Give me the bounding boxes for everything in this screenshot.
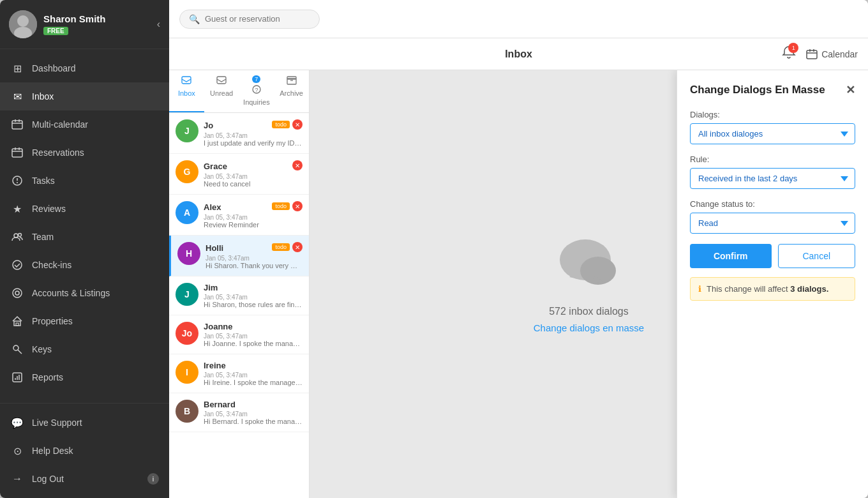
sidebar-item-team[interactable]: Team	[0, 223, 169, 251]
modal-info-text: This change will affect 3 dialogs.	[707, 284, 828, 294]
message-avatar: A	[176, 201, 198, 224]
sidebar-item-properties[interactable]: Properties	[0, 307, 169, 335]
svg-point-15	[19, 234, 22, 237]
svg-point-14	[14, 234, 18, 238]
svg-rect-35	[287, 77, 296, 79]
message-item[interactable]: G Grace ✕ Jan 05, 3:47am Need to cancel	[169, 154, 309, 195]
inbox-actions: 1 Calendar	[782, 45, 858, 63]
modal-close-button[interactable]: ✕	[846, 83, 855, 97]
modal-status-select[interactable]: Read Unread Archived	[690, 213, 855, 234]
sidebar-item-accounts-listings[interactable]: Accounts & Listings	[0, 279, 169, 307]
message-preview: Hi Sharon. Thank you very much...	[206, 262, 303, 269]
svg-point-17	[13, 289, 22, 298]
modal-rule-label: Rule:	[690, 155, 855, 164]
message-time: Jan 05, 3:47am	[206, 255, 303, 262]
search-icon: 🔍	[189, 14, 200, 24]
tab-inquiries-label: Inquiries	[243, 98, 270, 106]
search-input[interactable]	[205, 14, 310, 24]
modal-info-count: 3 dialogs.	[790, 284, 828, 294]
message-item[interactable]: I Ireine Jan 05, 3:47am Hi Ireine. I spo…	[169, 354, 309, 393]
modal-rule-select[interactable]: Received in the last 2 days Received in …	[690, 168, 855, 189]
sidebar-item-multi-calendar[interactable]: Multi-calendar	[0, 110, 169, 139]
message-preview: I just update and verify my ID, p...	[204, 139, 303, 147]
sidebar-nav: ⊞ Dashboard ✉ Inbox Multi-calendar Reser…	[0, 49, 169, 403]
calendar-button[interactable]: Calendar	[806, 49, 858, 60]
keys-icon	[10, 342, 24, 356]
message-content: Grace ✕ Jan 05, 3:47am Need to cancel	[204, 160, 303, 188]
notification-badge: 1	[788, 43, 798, 53]
message-content: Jim Jan 05, 3:47am Hi Sharon, those rule…	[204, 283, 303, 308]
message-avatar: G	[176, 160, 198, 183]
svg-point-18	[15, 291, 19, 295]
remove-badge[interactable]: ✕	[292, 160, 303, 170]
sidebar-item-check-ins[interactable]: Check-ins	[0, 251, 169, 279]
reviews-icon: ★	[10, 202, 24, 216]
info-icon: ℹ	[698, 284, 701, 294]
message-preview: Hi Sharon, those rules are fine b...	[204, 301, 303, 308]
message-preview: Hi Bernard. I spoke the manage...	[204, 418, 303, 425]
sidebar-item-label: Team	[32, 232, 54, 242]
modal-title: Change Dialogs En Masse	[690, 84, 825, 96]
message-list: J Jo todo ✕ Jan 05, 3:47am I just update…	[169, 113, 309, 498]
svg-rect-26	[807, 50, 817, 59]
modal-dialogs-select[interactable]: All inbox dialoges Unread only Read only	[690, 123, 855, 144]
multi-calendar-icon	[10, 117, 24, 132]
modal-buttons: Confirm Cancel	[690, 244, 855, 268]
sidebar-item-dashboard[interactable]: ⊞ Dashboard	[0, 54, 169, 82]
todo-badge: todo	[272, 202, 290, 210]
archive-tab-icon	[287, 75, 297, 88]
todo-badge: todo	[272, 243, 290, 251]
message-time: Jan 05, 3:47am	[204, 294, 303, 301]
change-dialogs-link[interactable]: Change dialogs en masse	[534, 322, 644, 333]
message-avatar: I	[176, 361, 198, 384]
message-time: Jan 05, 3:47am	[204, 132, 303, 139]
sidebar-item-help-desk[interactable]: ⊙ Help Desk	[0, 437, 169, 465]
sidebar-item-label: Accounts & Listings	[32, 288, 110, 298]
message-header: Holli todo ✕	[206, 242, 303, 253]
remove-badge[interactable]: ✕	[292, 242, 303, 252]
sidebar-bottom: 💬 Live Support ⊙ Help Desk → Log Out i	[0, 403, 169, 498]
remove-badge[interactable]: ✕	[292, 201, 303, 211]
tab-unread[interactable]: Unread	[204, 70, 239, 112]
cancel-button[interactable]: Cancel	[778, 244, 856, 268]
message-badges: todo ✕	[272, 119, 303, 130]
main-view: 572 inbox dialogs Change dialogs en mass…	[310, 70, 868, 498]
sidebar-item-log-out[interactable]: → Log Out i	[0, 465, 169, 493]
tab-inbox[interactable]: Inbox	[169, 70, 204, 112]
sidebar-item-label: Reservations	[32, 147, 84, 158]
sidebar-item-tasks[interactable]: Tasks	[0, 167, 169, 195]
sidebar-collapse-button[interactable]: ‹	[157, 19, 160, 30]
remove-badge[interactable]: ✕	[292, 119, 303, 130]
message-header: Jo todo ✕	[204, 119, 303, 131]
notification-button[interactable]: 1	[782, 45, 796, 63]
sidebar-item-label: Dashboard	[32, 63, 76, 73]
message-preview: Need to cancel	[204, 180, 303, 188]
message-item[interactable]: Jo Joanne Jan 05, 3:47am Hi Joanne. I sp…	[169, 315, 309, 354]
message-item[interactable]: J Jim Jan 05, 3:47am Hi Sharon, those ru…	[169, 276, 309, 315]
sidebar-item-reviews[interactable]: ★ Reviews	[0, 195, 169, 223]
tab-inquiries[interactable]: 7 ? Inquiries	[239, 70, 274, 112]
modal-status-field: Change status to: Read Unread Archived	[690, 199, 855, 234]
modal-info: ℹ This change will affect 3 dialogs.	[690, 277, 855, 301]
confirm-button[interactable]: Confirm	[690, 244, 772, 268]
sidebar-item-keys[interactable]: Keys	[0, 335, 169, 363]
tab-archive[interactable]: Archive	[274, 70, 309, 112]
sidebar-item-inbox[interactable]: ✉ Inbox	[0, 82, 169, 110]
inbox-icon: ✉	[10, 89, 24, 103]
modal-header: Change Dialogs En Masse ✕	[690, 83, 855, 97]
message-badges: todo ✕	[272, 201, 303, 211]
message-list-panel: Inbox Unread 7 ? Inquiries	[169, 70, 310, 498]
message-content: Alex todo ✕ Jan 05, 3:47am Review Remind…	[204, 201, 303, 229]
sidebar-item-live-support[interactable]: 💬 Live Support	[0, 409, 169, 437]
help-desk-icon: ⊙	[10, 444, 24, 458]
message-name: Jo	[204, 121, 213, 130]
message-header: Bernard	[204, 400, 303, 409]
message-item[interactable]: A Alex todo ✕ Jan 05, 3:47am Review Remi…	[169, 195, 309, 236]
message-item[interactable]: B Bernard Jan 05, 3:47am Hi Bernard. I s…	[169, 393, 309, 432]
message-preview: Hi Joanne. I spoke the manager...	[204, 340, 303, 347]
sidebar-item-reports[interactable]: Reports	[0, 363, 169, 391]
sidebar-item-reservations[interactable]: Reservations	[0, 139, 169, 167]
message-item[interactable]: J Jo todo ✕ Jan 05, 3:47am I just update…	[169, 113, 309, 154]
message-avatar: B	[176, 400, 198, 423]
message-item[interactable]: H Holli todo ✕ Jan 05, 3:47am Hi Sharon.…	[169, 236, 309, 276]
